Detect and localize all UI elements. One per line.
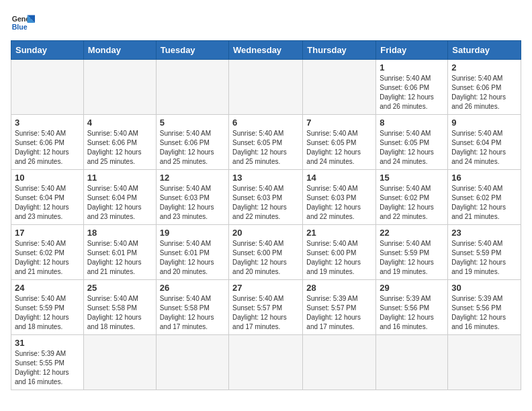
calendar-cell (376, 335, 448, 390)
day-number: 31 (15, 338, 80, 348)
svg-text:Blue: Blue (12, 23, 28, 31)
calendar-cell: 22Sunrise: 5:40 AM Sunset: 5:59 PM Dayli… (376, 225, 448, 280)
day-info: Sunrise: 5:40 AM Sunset: 6:04 PM Dayligh… (87, 184, 152, 222)
day-info: Sunrise: 5:39 AM Sunset: 5:55 PM Dayligh… (15, 349, 80, 387)
day-info: Sunrise: 5:40 AM Sunset: 6:01 PM Dayligh… (87, 239, 152, 277)
day-number: 23 (451, 228, 517, 238)
day-number: 10 (15, 173, 80, 183)
calendar-cell: 13Sunrise: 5:40 AM Sunset: 6:03 PM Dayli… (229, 170, 303, 225)
week-row-5: 24Sunrise: 5:40 AM Sunset: 5:59 PM Dayli… (11, 280, 521, 335)
day-number: 15 (380, 173, 444, 183)
day-number: 13 (232, 173, 299, 183)
day-number: 2 (451, 62, 517, 73)
day-info: Sunrise: 5:40 AM Sunset: 5:57 PM Dayligh… (232, 294, 299, 332)
calendar-cell: 28Sunrise: 5:39 AM Sunset: 5:57 PM Dayli… (303, 280, 376, 335)
day-number: 1 (380, 62, 444, 73)
day-number: 26 (160, 283, 225, 293)
calendar-cell (156, 335, 228, 390)
calendar-cell: 27Sunrise: 5:40 AM Sunset: 5:57 PM Dayli… (229, 280, 303, 335)
week-row-1: 1Sunrise: 5:40 AM Sunset: 6:06 PM Daylig… (11, 60, 521, 115)
calendar-cell: 19Sunrise: 5:40 AM Sunset: 6:01 PM Dayli… (156, 225, 228, 280)
day-info: Sunrise: 5:40 AM Sunset: 5:59 PM Dayligh… (380, 239, 444, 277)
day-number: 8 (380, 118, 444, 128)
page-header: General Blue (11, 11, 521, 35)
weekday-header-tuesday: Tuesday (156, 41, 228, 60)
weekday-header-friday: Friday (376, 41, 448, 60)
calendar-cell: 29Sunrise: 5:39 AM Sunset: 5:56 PM Dayli… (376, 280, 448, 335)
day-info: Sunrise: 5:40 AM Sunset: 6:02 PM Dayligh… (451, 184, 517, 222)
day-number: 21 (306, 228, 372, 238)
calendar-cell: 8Sunrise: 5:40 AM Sunset: 6:05 PM Daylig… (376, 115, 448, 170)
day-number: 3 (15, 118, 80, 128)
calendar-cell: 4Sunrise: 5:40 AM Sunset: 6:06 PM Daylig… (83, 115, 156, 170)
calendar-cell (11, 60, 84, 115)
calendar-cell: 9Sunrise: 5:40 AM Sunset: 6:04 PM Daylig… (448, 115, 521, 170)
weekday-header-saturday: Saturday (448, 41, 521, 60)
calendar-cell: 20Sunrise: 5:40 AM Sunset: 6:00 PM Dayli… (229, 225, 303, 280)
day-number: 29 (380, 283, 444, 293)
day-info: Sunrise: 5:40 AM Sunset: 6:00 PM Dayligh… (232, 239, 299, 277)
weekday-header-sunday: Sunday (11, 41, 84, 60)
day-number: 9 (451, 118, 517, 128)
calendar-cell (448, 335, 521, 390)
calendar-cell (303, 335, 376, 390)
day-number: 11 (87, 173, 152, 183)
day-number: 20 (232, 228, 299, 238)
calendar-cell (303, 60, 376, 115)
day-info: Sunrise: 5:40 AM Sunset: 6:06 PM Dayligh… (380, 74, 444, 111)
day-number: 4 (87, 118, 152, 128)
day-info: Sunrise: 5:40 AM Sunset: 6:02 PM Dayligh… (380, 184, 444, 222)
calendar-cell: 15Sunrise: 5:40 AM Sunset: 6:02 PM Dayli… (376, 170, 448, 225)
calendar-cell: 21Sunrise: 5:40 AM Sunset: 6:00 PM Dayli… (303, 225, 376, 280)
day-info: Sunrise: 5:40 AM Sunset: 6:01 PM Dayligh… (160, 239, 225, 277)
day-info: Sunrise: 5:40 AM Sunset: 5:58 PM Dayligh… (87, 294, 152, 332)
day-info: Sunrise: 5:40 AM Sunset: 6:05 PM Dayligh… (306, 129, 372, 167)
day-info: Sunrise: 5:39 AM Sunset: 5:57 PM Dayligh… (306, 294, 372, 332)
weekday-header-row: SundayMondayTuesdayWednesdayThursdayFrid… (11, 41, 521, 60)
logo: General Blue (11, 11, 35, 35)
day-info: Sunrise: 5:40 AM Sunset: 6:06 PM Dayligh… (87, 129, 152, 167)
calendar-cell: 25Sunrise: 5:40 AM Sunset: 5:58 PM Dayli… (83, 280, 156, 335)
logo-icon: General Blue (11, 11, 35, 35)
calendar-cell: 2Sunrise: 5:40 AM Sunset: 6:06 PM Daylig… (448, 60, 521, 115)
week-row-2: 3Sunrise: 5:40 AM Sunset: 6:06 PM Daylig… (11, 115, 521, 170)
calendar-cell (156, 60, 228, 115)
calendar-cell: 10Sunrise: 5:40 AM Sunset: 6:04 PM Dayli… (11, 170, 84, 225)
calendar-cell: 6Sunrise: 5:40 AM Sunset: 6:05 PM Daylig… (229, 115, 303, 170)
day-info: Sunrise: 5:40 AM Sunset: 6:03 PM Dayligh… (160, 184, 225, 222)
day-number: 22 (380, 228, 444, 238)
calendar-table: SundayMondayTuesdayWednesdayThursdayFrid… (11, 40, 521, 390)
day-number: 12 (160, 173, 225, 183)
day-number: 28 (306, 283, 372, 293)
day-info: Sunrise: 5:40 AM Sunset: 6:06 PM Dayligh… (451, 74, 517, 111)
day-info: Sunrise: 5:40 AM Sunset: 6:04 PM Dayligh… (15, 184, 80, 222)
day-number: 16 (451, 173, 517, 183)
day-number: 18 (87, 228, 152, 238)
weekday-header-monday: Monday (83, 41, 156, 60)
week-row-6: 31Sunrise: 5:39 AM Sunset: 5:55 PM Dayli… (11, 335, 521, 390)
day-info: Sunrise: 5:40 AM Sunset: 6:04 PM Dayligh… (451, 129, 517, 167)
calendar-cell: 26Sunrise: 5:40 AM Sunset: 5:58 PM Dayli… (156, 280, 228, 335)
day-info: Sunrise: 5:40 AM Sunset: 5:58 PM Dayligh… (160, 294, 225, 332)
calendar-cell: 7Sunrise: 5:40 AM Sunset: 6:05 PM Daylig… (303, 115, 376, 170)
calendar-cell: 11Sunrise: 5:40 AM Sunset: 6:04 PM Dayli… (83, 170, 156, 225)
calendar-cell (83, 60, 156, 115)
calendar-cell: 16Sunrise: 5:40 AM Sunset: 6:02 PM Dayli… (448, 170, 521, 225)
day-info: Sunrise: 5:40 AM Sunset: 6:05 PM Dayligh… (380, 129, 444, 167)
calendar-cell: 14Sunrise: 5:40 AM Sunset: 6:03 PM Dayli… (303, 170, 376, 225)
calendar-cell: 12Sunrise: 5:40 AM Sunset: 6:03 PM Dayli… (156, 170, 228, 225)
day-info: Sunrise: 5:39 AM Sunset: 5:56 PM Dayligh… (380, 294, 444, 332)
day-info: Sunrise: 5:40 AM Sunset: 5:59 PM Dayligh… (451, 239, 517, 277)
calendar-cell: 18Sunrise: 5:40 AM Sunset: 6:01 PM Dayli… (83, 225, 156, 280)
day-info: Sunrise: 5:40 AM Sunset: 6:03 PM Dayligh… (306, 184, 372, 222)
day-number: 6 (232, 118, 299, 128)
day-number: 27 (232, 283, 299, 293)
calendar-cell: 5Sunrise: 5:40 AM Sunset: 6:06 PM Daylig… (156, 115, 228, 170)
calendar-cell: 31Sunrise: 5:39 AM Sunset: 5:55 PM Dayli… (11, 335, 84, 390)
day-number: 5 (160, 118, 225, 128)
calendar-cell: 23Sunrise: 5:40 AM Sunset: 5:59 PM Dayli… (448, 225, 521, 280)
day-info: Sunrise: 5:40 AM Sunset: 6:00 PM Dayligh… (306, 239, 372, 277)
day-number: 14 (306, 173, 372, 183)
calendar-cell (229, 60, 303, 115)
day-number: 19 (160, 228, 225, 238)
